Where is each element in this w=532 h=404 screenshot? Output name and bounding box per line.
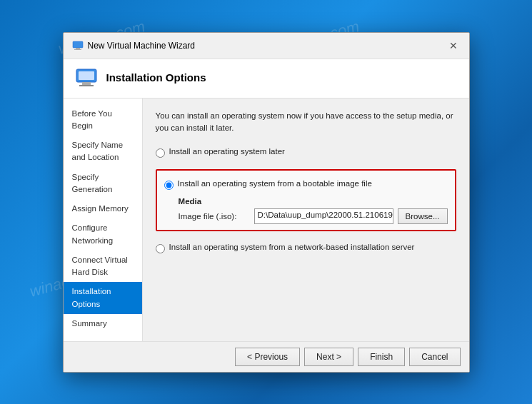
option-bootable-image-row: Install an operating system from a boota… [164, 176, 448, 193]
window-icon [72, 40, 84, 51]
svg-rect-5 [79, 85, 94, 86]
svg-rect-1 [76, 48, 80, 49]
option-install-later-radio[interactable] [156, 148, 165, 158]
option-network-install-row: Install an operating system from a netwo… [156, 240, 456, 256]
image-file-path-display: D:\Data\uup_dump\22000.51.210619-2323.CO… [254, 208, 393, 224]
media-label: Media [179, 197, 448, 206]
next-button[interactable]: Next > [304, 348, 353, 366]
image-file-row: Image file (.iso): D:\Data\uup_dump\2200… [179, 208, 448, 224]
previous-button[interactable]: < Previous [235, 348, 300, 366]
dialog-window: New Virtual Machine Wizard ✕ Installatio… [63, 32, 470, 373]
sidebar-item-installation-options[interactable]: Installation Options [64, 282, 142, 314]
option-install-later-label[interactable]: Install an operating system later [169, 147, 285, 156]
sidebar-item-configure-networking[interactable]: Configure Networking [64, 218, 142, 251]
main-panel: You can install an operating system now … [143, 99, 469, 341]
media-section: Media Image file (.iso): D:\Data\uup_dum… [179, 197, 448, 224]
description-text: You can install an operating system now … [156, 110, 456, 135]
sidebar-item-connect-vhd[interactable]: Connect Virtual Hard Disk [64, 251, 142, 283]
sidebar-item-summary[interactable]: Summary [64, 314, 142, 333]
option-install-later-row: Install an operating system later [156, 144, 456, 161]
browse-button[interactable]: Browse... [398, 208, 448, 224]
cancel-button[interactable]: Cancel [409, 348, 460, 366]
option-network-install-radio[interactable] [156, 244, 165, 253]
sidebar-item-before-you-begin[interactable]: Before You Begin [64, 104, 142, 136]
option-bootable-image-label[interactable]: Install an operating system from a boota… [178, 179, 372, 188]
svg-rect-4 [82, 82, 91, 85]
finish-button[interactable]: Finish [358, 348, 405, 366]
content-area: Before You Begin Specify Name and Locati… [64, 99, 469, 341]
option-network-install-label[interactable]: Install an operating system from a netwo… [169, 243, 415, 251]
close-button[interactable]: ✕ [446, 39, 461, 53]
svg-rect-2 [74, 49, 81, 50]
page-title: Installation Options [106, 71, 206, 84]
image-file-field-label: Image file (.iso): [179, 212, 250, 221]
option-bootable-image-radio[interactable] [164, 181, 174, 190]
svg-rect-6 [79, 71, 94, 80]
footer: < Previous Next > Finish Cancel [64, 341, 469, 372]
sidebar: Before You Begin Specify Name and Locati… [64, 99, 143, 341]
header-section: Installation Options [64, 59, 469, 99]
sidebar-item-specify-name[interactable]: Specify Name and Location [64, 136, 142, 168]
svg-rect-0 [73, 41, 83, 48]
sidebar-item-specify-generation[interactable]: Specify Generation [64, 168, 142, 200]
option-bootable-image-box: Install an operating system from a boota… [156, 169, 456, 231]
window-title: New Virtual Machine Wizard [88, 41, 196, 51]
header-icon [75, 66, 98, 89]
sidebar-item-assign-memory[interactable]: Assign Memory [64, 199, 142, 218]
title-bar: New Virtual Machine Wizard ✕ [64, 33, 469, 59]
